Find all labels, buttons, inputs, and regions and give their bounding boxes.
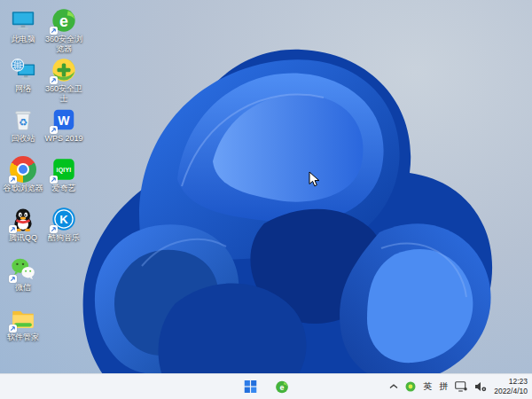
start-button[interactable]	[241, 377, 261, 396]
tray-360-app-icon[interactable]	[405, 381, 416, 392]
svg-text:K: K	[59, 213, 68, 226]
svg-text:iQIYI: iQIYI	[57, 167, 72, 174]
desktop-icon-wps-2019[interactable]: W WPS 2019	[43, 106, 84, 144]
desktop-icon-360-security[interactable]: 360安全卫士	[43, 57, 84, 103]
desktop-icon-this-pc[interactable]: 此电脑	[3, 7, 43, 44]
360-security-icon	[51, 57, 77, 83]
tray-volume-button[interactable]	[474, 381, 487, 392]
clock-date: 2022/4/10	[494, 387, 528, 396]
icon-label: 腾讯QQ	[9, 233, 37, 243]
icon-label: 酷狗音乐	[48, 233, 80, 243]
folder-icon	[10, 305, 36, 332]
chrome-icon	[10, 156, 36, 183]
360-tray-icon	[405, 381, 416, 392]
shortcut-arrow-icon	[9, 176, 17, 184]
taskbar-clock[interactable]: 12:23 2022/4/10	[494, 377, 529, 396]
qq-icon	[10, 206, 36, 232]
ime-english-indicator[interactable]: 英	[423, 380, 432, 393]
icon-label: WPS 2019	[44, 134, 82, 144]
icon-label: 爱奇艺	[52, 184, 76, 193]
windows-logo-icon	[245, 380, 257, 393]
tray-display-button[interactable]	[455, 381, 467, 392]
360-browser-icon: e	[275, 380, 288, 394]
icon-label: 谷歌浏览器	[4, 184, 43, 193]
icon-label: 回收站	[12, 134, 35, 144]
svg-text:e: e	[279, 383, 284, 392]
desktop-icon-qq[interactable]: 腾讯QQ	[3, 206, 43, 243]
taskbar-item-360-browser[interactable]: e	[272, 377, 292, 396]
360-browser-icon: e	[51, 7, 77, 34]
volume-icon	[474, 381, 487, 392]
wechat-icon	[10, 255, 36, 282]
shortcut-arrow-icon	[9, 275, 17, 283]
desktop-icon-chrome[interactable]: 谷歌浏览器	[3, 156, 43, 193]
icon-label: 360安全浏览器	[43, 35, 84, 53]
windows-11-desktop: 此电脑 e 360安全浏览器 网络 360安全卫士 ♻ 回收站 W WPS 20…	[0, 0, 532, 399]
wps-icon: W	[51, 106, 77, 133]
taskbar: e 英 拼 12:23 2022/4/10	[0, 373, 532, 399]
shortcut-arrow-icon	[9, 325, 17, 332]
desktop-icon-software-folder[interactable]: 软件管家	[3, 305, 43, 342]
taskbar-center: e	[241, 374, 292, 399]
display-icon	[455, 381, 467, 392]
icon-label: 此电脑	[12, 35, 35, 44]
desktop-icon-kugou[interactable]: K 酷狗音乐	[43, 206, 84, 243]
desktop-icon-360-browser[interactable]: e 360安全浏览器	[43, 7, 84, 53]
kugou-icon: K	[51, 206, 77, 232]
iqiyi-icon: iQIYI	[51, 156, 77, 183]
desktop-icon-wechat[interactable]: 微信	[3, 255, 43, 293]
ime-pinyin-indicator[interactable]: 拼	[439, 380, 448, 393]
icon-label: 网络	[15, 84, 31, 94]
svg-text:♻: ♻	[19, 117, 27, 128]
recycle-bin-icon: ♻	[10, 106, 36, 133]
icon-label: 软件管家	[7, 332, 39, 342]
desktop-icon-iqiyi[interactable]: iQIYI 爱奇艺	[43, 156, 84, 193]
chevron-up-icon	[389, 384, 398, 389]
shortcut-arrow-icon	[9, 225, 17, 233]
clock-time: 12:23	[494, 377, 528, 387]
desktop-icon-recycle-bin[interactable]: ♻ 回收站	[3, 106, 43, 144]
network-icon	[10, 57, 36, 83]
tray-expand-button[interactable]	[389, 384, 398, 389]
svg-text:e: e	[59, 12, 68, 30]
shortcut-arrow-icon	[50, 76, 58, 84]
this-pc-icon	[10, 7, 36, 34]
shortcut-arrow-icon	[50, 126, 58, 134]
shortcut-arrow-icon	[50, 27, 58, 35]
icon-label: 微信	[15, 283, 31, 293]
system-tray: 英 拼 12:23 2022/4/10	[389, 374, 529, 399]
icon-label: 360安全卫士	[43, 84, 84, 103]
shortcut-arrow-icon	[50, 176, 58, 184]
shortcut-arrow-icon	[50, 225, 58, 233]
desktop-icon-network[interactable]: 网络	[3, 57, 43, 94]
svg-text:W: W	[58, 113, 70, 128]
